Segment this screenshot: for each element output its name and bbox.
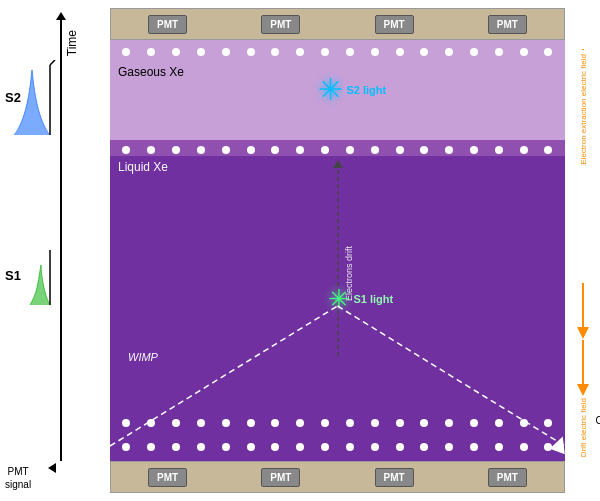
dot xyxy=(420,419,428,427)
drift-field-arrows-svg xyxy=(575,278,591,398)
dot xyxy=(420,48,428,56)
dot xyxy=(520,146,528,154)
pmt-bottom-1: PMT xyxy=(148,468,187,487)
dot xyxy=(197,443,205,451)
detector-wrapper: PMT PMT PMT PMT xyxy=(110,8,565,493)
dot xyxy=(147,48,155,56)
right-arrows-panel: Electron extraction electric field Drift… xyxy=(569,8,597,493)
dot xyxy=(271,443,279,451)
dot xyxy=(321,419,329,427)
dot xyxy=(271,146,279,154)
svg-line-1 xyxy=(50,60,55,65)
dot xyxy=(271,419,279,427)
electron-extraction-arrows-svg xyxy=(575,44,591,49)
dot xyxy=(470,443,478,451)
drift-field-label: Drift electric field xyxy=(579,398,588,457)
dot xyxy=(296,48,304,56)
gate-grid-container: Gate Grid Liquid Xe xyxy=(110,140,565,156)
dot xyxy=(470,419,478,427)
dot xyxy=(470,146,478,154)
dot xyxy=(495,146,503,154)
pmt-signal-label: PMT signal xyxy=(5,465,31,491)
dot xyxy=(495,443,503,451)
dot xyxy=(445,146,453,154)
electron-extraction-label: Electron extraction electric field xyxy=(579,54,588,165)
dot xyxy=(271,48,279,56)
drift-field-group: Drift electric field xyxy=(575,237,591,457)
dot xyxy=(544,48,552,56)
time-arrow-icon xyxy=(56,12,66,20)
dot xyxy=(247,419,255,427)
dot xyxy=(321,443,329,451)
dot xyxy=(396,48,404,56)
cathode-dots xyxy=(110,413,565,429)
dot xyxy=(396,443,404,451)
pmt-top-2: PMT xyxy=(261,15,300,34)
dot xyxy=(396,419,404,427)
dot xyxy=(520,443,528,451)
dot xyxy=(147,419,155,427)
dot xyxy=(544,146,552,154)
dot xyxy=(445,48,453,56)
dot xyxy=(122,48,130,56)
dot xyxy=(520,419,528,427)
pmt-bottom-3: PMT xyxy=(375,468,414,487)
dot xyxy=(197,146,205,154)
dot xyxy=(296,443,304,451)
dot xyxy=(222,419,230,427)
dot xyxy=(172,48,180,56)
dot xyxy=(346,146,354,154)
dot xyxy=(495,48,503,56)
dot xyxy=(247,146,255,154)
left-panel: Time S2 S1 PMT signal xyxy=(0,0,110,501)
dot xyxy=(321,48,329,56)
dot xyxy=(396,146,404,154)
dot xyxy=(371,48,379,56)
dot xyxy=(197,48,205,56)
dot xyxy=(371,443,379,451)
dot xyxy=(197,419,205,427)
gas-region: Anode Grid Gaseous Xe ✳ S2 light xyxy=(110,40,565,140)
dot xyxy=(346,48,354,56)
dot xyxy=(544,419,552,427)
pmt-top-3: PMT xyxy=(375,15,414,34)
pmt-bottom-2: PMT xyxy=(261,468,300,487)
pmt-row-top: PMT PMT PMT PMT xyxy=(110,8,565,40)
dot xyxy=(122,419,130,427)
s1-label: S1 xyxy=(5,268,21,283)
pmt-top-4: PMT xyxy=(488,15,527,34)
gate-dots xyxy=(110,140,565,156)
dot xyxy=(371,419,379,427)
dot xyxy=(296,419,304,427)
dot xyxy=(172,419,180,427)
dot xyxy=(544,443,552,451)
dot xyxy=(222,146,230,154)
pmt-signal-arrow-icon xyxy=(48,463,56,473)
anode-dots xyxy=(110,48,565,56)
s2-light-label: S2 light xyxy=(347,84,387,96)
dot xyxy=(122,443,130,451)
dot xyxy=(222,443,230,451)
pmt-top-1: PMT xyxy=(148,15,187,34)
dot xyxy=(346,419,354,427)
electron-extraction-group: Electron extraction electric field xyxy=(575,44,591,164)
pmt-row-bottom: PMT PMT PMT PMT xyxy=(110,461,565,493)
dot xyxy=(321,146,329,154)
dot xyxy=(371,146,379,154)
time-axis xyxy=(60,15,62,461)
dot xyxy=(222,48,230,56)
s2-label: S2 xyxy=(5,90,21,105)
main-container: Time S2 S1 PMT signal xyxy=(0,0,600,501)
pmt-bottom-4: PMT xyxy=(488,468,527,487)
anode-grid-row: Anode Grid xyxy=(110,48,565,56)
dot xyxy=(420,146,428,154)
gaseous-xe-label: Gaseous Xe xyxy=(118,65,184,79)
dot xyxy=(495,419,503,427)
cathode-grid-container: Cathode Grid xyxy=(110,413,565,429)
dot xyxy=(420,443,428,451)
dot xyxy=(147,146,155,154)
dot xyxy=(470,48,478,56)
dot xyxy=(247,48,255,56)
dot xyxy=(122,146,130,154)
dot xyxy=(346,443,354,451)
